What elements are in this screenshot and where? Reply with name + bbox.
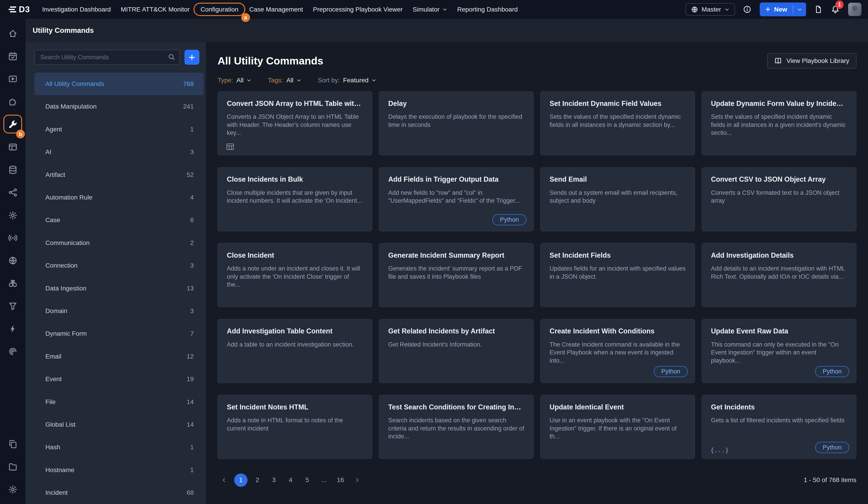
command-card[interactable]: Close Incident Adds a note under an inci…	[217, 243, 372, 307]
rail-search-hunting[interactable]	[0, 272, 25, 294]
rail-identity[interactable]	[0, 340, 25, 363]
rail-home[interactable]	[0, 22, 25, 45]
command-card[interactable]: Add Investigation Table Content Add a ta…	[217, 319, 372, 383]
page-button-3[interactable]: 3	[267, 473, 281, 487]
category-event[interactable]: Event19	[34, 368, 204, 391]
command-title: Test Search Conditions for Creating Inci…	[388, 403, 524, 411]
rail-integrations[interactable]	[0, 90, 25, 113]
command-card[interactable]: Update Identical Event Use in an event p…	[540, 395, 695, 459]
command-card[interactable]: Add Fields in Trigger Output Data Add ne…	[379, 167, 534, 231]
category-data-manipulation[interactable]: Data Manipulation241	[34, 95, 204, 118]
page-button-5[interactable]: 5	[301, 473, 314, 487]
command-card[interactable]: Update Dynamic Form Value by Incident...…	[702, 91, 857, 155]
command-card[interactable]: Create Incident With Conditions The Crea…	[540, 319, 695, 383]
command-card[interactable]: Test Search Conditions for Creating Inci…	[379, 395, 534, 459]
category-global-list[interactable]: Global List14	[34, 413, 204, 436]
page-title: Utility Commands	[32, 26, 94, 34]
view-playbook-library-button[interactable]: View Playbook Library	[767, 53, 857, 69]
category-all-utility-commands[interactable]: All Utility Commands768	[34, 73, 204, 95]
info-button[interactable]	[743, 5, 751, 13]
rail-broadcast[interactable]	[0, 227, 25, 249]
rail-files[interactable]	[0, 455, 25, 478]
page-button-1[interactable]: 1	[234, 473, 248, 487]
category-email[interactable]: Email12	[34, 345, 204, 368]
nav-mitre-attack-monitor[interactable]: MITRE ATT&CK Monitor	[121, 6, 190, 13]
nav-configuration-label: Configuration	[200, 6, 238, 13]
d3-logo[interactable]: D3	[8, 5, 30, 14]
command-card[interactable]: Generate Incident Summary Report Generat…	[379, 243, 534, 307]
sort-filter[interactable]: Sort by: Featured	[318, 77, 376, 84]
command-card[interactable]: Delay Delays the execution of playbook f…	[379, 91, 534, 155]
command-card[interactable]: Set Incident Dynamic Field Values Sets t…	[540, 91, 695, 155]
command-card[interactable]: Convert CSV to JSON Object Array Convert…	[702, 167, 857, 231]
rail-actions[interactable]	[0, 317, 25, 340]
category-hostname[interactable]: Hostname1	[34, 459, 204, 481]
rail-web[interactable]	[0, 249, 25, 272]
command-card[interactable]: Close Incidents in Bulk Close multiple i…	[217, 167, 372, 231]
category-ai[interactable]: AI3	[34, 141, 204, 163]
category-incident[interactable]: Incident68	[34, 481, 204, 504]
document-button[interactable]	[814, 5, 823, 13]
category-communication[interactable]: Communication2	[34, 232, 204, 254]
new-button-caret[interactable]	[793, 2, 806, 16]
category-agent[interactable]: Agent1	[34, 118, 204, 141]
page-button-2[interactable]: 2	[251, 473, 264, 487]
command-card[interactable]: Set Incident Notes HTML Adds a note in H…	[217, 395, 372, 459]
category-connection[interactable]: Connection3	[34, 254, 204, 277]
command-card[interactable]: Update Event Raw Data This command can o…	[702, 319, 857, 383]
category-automation-rule[interactable]: Automation Rule4	[34, 186, 204, 209]
command-card[interactable]: Convert JSON Array to HTML Table with...…	[217, 91, 372, 155]
type-filter[interactable]: Type: All	[217, 77, 251, 84]
nav-simulator[interactable]: Simulator	[413, 6, 447, 13]
nav-reporting-dashboard[interactable]: Reporting Dashboard	[457, 6, 518, 13]
page-button-4[interactable]: 4	[284, 473, 297, 487]
command-title: Add Fields in Trigger Output Data	[388, 175, 524, 183]
command-card[interactable]: Get Related Incidents by Artifact Get Re…	[379, 319, 534, 383]
rail-data[interactable]	[0, 158, 25, 181]
user-avatar[interactable]	[848, 3, 861, 16]
rail-settings[interactable]	[0, 478, 25, 501]
rail-board[interactable]	[0, 136, 25, 158]
category-dynamic-form[interactable]: Dynamic Form7	[34, 322, 204, 345]
nav-configuration[interactable]: Configuration a	[194, 3, 245, 16]
new-button[interactable]: New	[760, 2, 806, 16]
rail-automation[interactable]	[0, 204, 25, 226]
notifications-button[interactable]: 1	[831, 5, 840, 14]
command-title: Add Investigation Table Content	[227, 327, 363, 335]
nav-investigation-dashboard[interactable]: Investigation Dashboard	[42, 6, 111, 13]
command-card[interactable]: Add Investigation Details Add details to…	[702, 243, 857, 307]
environment-selector[interactable]: Master	[685, 3, 735, 16]
rail-connections[interactable]	[0, 181, 25, 204]
next-page-button[interactable]	[350, 473, 364, 487]
nav-case-management[interactable]: Case Management	[249, 6, 303, 13]
search-input[interactable]	[34, 50, 180, 65]
tags-filter[interactable]: Tags: All	[268, 77, 301, 84]
page-ellipsis[interactable]: ...	[317, 473, 330, 487]
add-command-button[interactable]	[185, 50, 199, 65]
chevron-down-icon	[371, 78, 376, 83]
category-count: 7	[190, 330, 194, 337]
rail-schedule[interactable]	[0, 45, 25, 68]
d3-logo-text: D3	[19, 5, 30, 14]
rail-utility-commands[interactable]: b	[0, 113, 25, 136]
category-data-ingestion[interactable]: Data Ingestion13	[34, 277, 204, 300]
page-button-16[interactable]: 16	[334, 473, 347, 487]
command-card[interactable]: Get Incidents Gets a list of filtered in…	[702, 395, 857, 459]
category-label: Data Ingestion	[45, 285, 86, 292]
chevron-down-icon	[724, 7, 730, 12]
command-description: Search incidents based on the given sear…	[388, 416, 524, 441]
rail-copy[interactable]	[0, 433, 25, 455]
command-title: Generate Incident Summary Report	[388, 251, 524, 259]
rail-filter[interactable]	[0, 295, 25, 317]
category-panel: All Utility Commands768 Data Manipulatio…	[25, 42, 206, 504]
category-artifact[interactable]: Artifact52	[34, 163, 204, 186]
category-domain[interactable]: Domain3	[34, 300, 204, 322]
nav-preprocessing-playbook-viewer[interactable]: Preprocessing Playbook Viewer	[313, 6, 403, 13]
category-file[interactable]: File14	[34, 391, 204, 413]
command-card[interactable]: Send Email Sends out a system email with…	[540, 167, 695, 231]
rail-video[interactable]	[0, 68, 25, 90]
command-card[interactable]: Set Incident Fields Updates fields for a…	[540, 243, 695, 307]
category-hash[interactable]: Hash1	[34, 436, 204, 458]
category-case[interactable]: Case6	[34, 209, 204, 231]
prev-page-button[interactable]	[217, 473, 231, 487]
